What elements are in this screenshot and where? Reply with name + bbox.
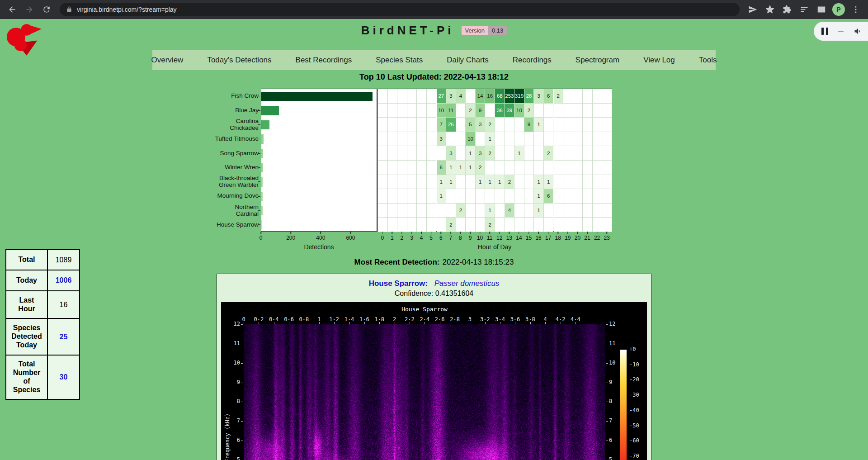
stats-value[interactable]: 1006: [47, 270, 80, 291]
heatmap-cell: [602, 89, 612, 104]
volume-icon[interactable]: [854, 27, 863, 36]
heatmap-cell: [397, 175, 407, 190]
stats-value[interactable]: 25: [47, 318, 80, 355]
heatmap-cell: [524, 175, 534, 190]
heatmap-cell: [534, 132, 544, 147]
heatmap-cell: [407, 161, 417, 175]
bookmark-star-icon[interactable]: [762, 2, 778, 17]
heatmap-cell: [583, 89, 593, 104]
heatmap-cell: [554, 104, 564, 118]
heatmap-cell: 1: [534, 189, 544, 204]
nav-item-spectrogram[interactable]: Spectrogram: [576, 56, 619, 65]
extensions-icon[interactable]: [779, 2, 795, 17]
heatmap-cell: [397, 218, 407, 232]
stats-value[interactable]: 30: [47, 355, 80, 399]
heatmap-cell: [583, 146, 593, 161]
heatmap-cell: 6: [437, 161, 447, 175]
profile-avatar[interactable]: P: [832, 3, 845, 16]
nav-item-species-stats[interactable]: Species Stats: [376, 56, 423, 65]
bar-axis-tick: [350, 232, 351, 234]
heatmap-cell: 1: [495, 175, 505, 190]
side-panel-icon[interactable]: [814, 2, 829, 17]
heatmap-cell: [378, 189, 388, 204]
hour-axis-tick: [499, 232, 500, 234]
nav-item-daily-charts[interactable]: Daily Charts: [447, 56, 489, 65]
spect-x-tick-label: 3·8: [525, 316, 535, 322]
heatmap-cell: [397, 118, 407, 132]
spect-x-tick: [545, 322, 546, 324]
heatmap-cell: 2: [505, 175, 515, 190]
heatmap-cell: [563, 189, 573, 204]
heatmap-cell: [583, 189, 593, 204]
heatmap-cell: 3: [446, 146, 456, 161]
heatmap-cell: [407, 132, 417, 147]
hour-axis-tick: [606, 232, 607, 234]
menu-kebab-icon[interactable]: [848, 2, 863, 17]
heatmap-cell: [417, 161, 427, 175]
nav-item-tools[interactable]: Tools: [699, 56, 717, 65]
heatmap-cell: 1: [446, 161, 456, 175]
hour-axis-tick-label: 9: [469, 235, 472, 241]
spectrogram-image: House Sparrow Frequency (kHz) 00·20·40·6…: [221, 302, 647, 460]
heatmap-cell: 253: [505, 89, 515, 104]
heatmap-cell: [437, 204, 447, 218]
spect-x-tick: [485, 322, 486, 324]
reading-list-icon[interactable]: [797, 2, 812, 17]
hour-axis-tick: [489, 232, 490, 234]
heatmap-cell: [397, 132, 407, 147]
heatmap-cell: 1: [544, 175, 554, 190]
spect-y-tick: [606, 344, 608, 344]
spect-x-tick: [530, 322, 531, 324]
hour-axis-tick-label: 6: [439, 235, 443, 241]
back-icon[interactable]: [5, 2, 20, 17]
heatmap-cell: [407, 204, 417, 218]
spect-x-tick-label: 1·6: [359, 316, 369, 322]
spectrogram-colorbar: [620, 350, 627, 460]
nav-item-best-recordings[interactable]: Best Recordings: [296, 56, 352, 65]
heatmap-cell: 36: [495, 104, 505, 118]
species-axis-tick: [258, 124, 260, 125]
recent-detection-line: Most Recent Detection:2022-04-13 18:15:2…: [0, 258, 868, 267]
spect-y-tick-label: 11: [225, 340, 240, 346]
heatmap-cell: [495, 118, 505, 132]
send-icon[interactable]: [745, 2, 760, 17]
heatmap-cell: 1: [476, 175, 486, 190]
heatmap-cell: [417, 218, 427, 232]
detections-bar: [261, 163, 263, 173]
heatmap-cell: [514, 118, 524, 132]
spect-x-tick-label: 0·6: [284, 316, 294, 322]
nav-item-recordings[interactable]: Recordings: [513, 56, 552, 65]
colorbar-tick-label: -50: [629, 422, 639, 429]
forward-icon[interactable]: [22, 2, 37, 17]
heatmap-cell: [397, 104, 407, 118]
heatmap-cell: [563, 104, 573, 118]
heatmap-cell: [563, 118, 573, 132]
heatmap-cell: 2: [485, 118, 495, 132]
spect-y-tick-label: 11: [609, 340, 624, 346]
heatmap-cell: [583, 218, 593, 232]
audio-scrubber[interactable]: [838, 31, 844, 32]
species-common-link[interactable]: House Sparrow:: [369, 279, 428, 288]
reload-icon[interactable]: [39, 2, 54, 17]
lock-icon: [66, 6, 72, 13]
confidence-text: Confidence: 0.41351604: [217, 289, 651, 298]
heatmap-cell: 4: [456, 89, 466, 104]
heatmap-cell: 68: [495, 89, 505, 104]
heatmap-cell: [417, 132, 427, 147]
nav-item-today-s-detections[interactable]: Today's Detections: [207, 56, 271, 65]
heatmap-cell: [466, 175, 476, 190]
spect-y-tick: [241, 441, 243, 441]
spect-x-tick: [364, 322, 365, 324]
heatmap-cell: [407, 104, 417, 118]
heatmap-cell: [593, 161, 603, 175]
address-bar[interactable]: virginia.birdnetpi.com/?stream=play: [60, 3, 740, 16]
pause-button[interactable]: [821, 28, 828, 35]
detections-bar: [261, 92, 373, 101]
species-scientific-link[interactable]: Passer domesticus: [434, 279, 500, 288]
heatmap-cell: [427, 175, 437, 190]
heatmap-cell: [388, 218, 398, 232]
heatmap-cell: [505, 189, 515, 204]
nav-item-view-log[interactable]: View Log: [643, 56, 675, 65]
nav-item-overview[interactable]: Overview: [151, 56, 184, 65]
hour-axis-tick-label: 5: [429, 235, 433, 241]
